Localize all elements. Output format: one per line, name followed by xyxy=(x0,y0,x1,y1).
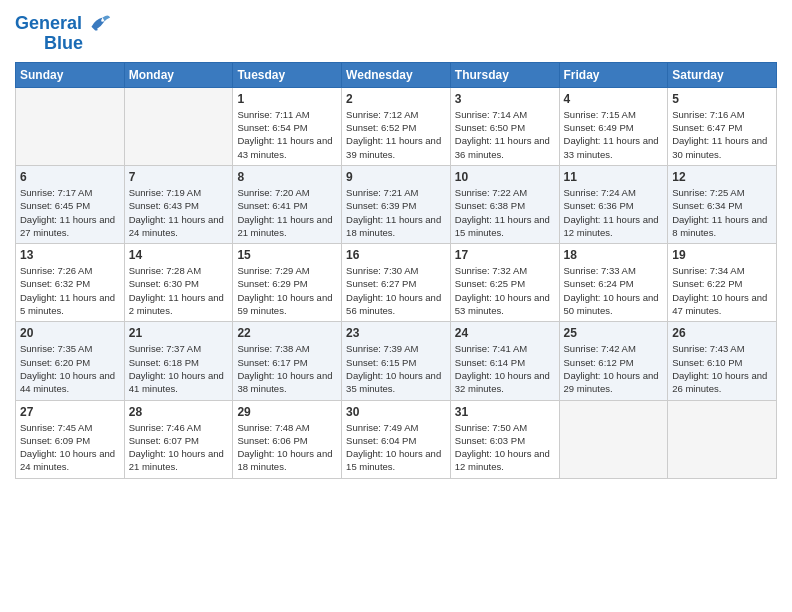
logo-blue-text: Blue xyxy=(44,34,83,54)
calendar-cell: 22Sunrise: 7:38 AM Sunset: 6:17 PM Dayli… xyxy=(233,322,342,400)
day-number: 10 xyxy=(455,170,555,184)
day-number: 21 xyxy=(129,326,229,340)
calendar-cell: 21Sunrise: 7:37 AM Sunset: 6:18 PM Dayli… xyxy=(124,322,233,400)
logo-text: General xyxy=(15,14,82,34)
day-number: 18 xyxy=(564,248,664,262)
dow-header-monday: Monday xyxy=(124,62,233,87)
day-number: 1 xyxy=(237,92,337,106)
page-header: General Blue xyxy=(15,10,777,54)
day-info: Sunrise: 7:25 AM Sunset: 6:34 PM Dayligh… xyxy=(672,186,772,239)
calendar-week-row: 1Sunrise: 7:11 AM Sunset: 6:54 PM Daylig… xyxy=(16,87,777,165)
day-number: 20 xyxy=(20,326,120,340)
day-info: Sunrise: 7:16 AM Sunset: 6:47 PM Dayligh… xyxy=(672,108,772,161)
day-info: Sunrise: 7:14 AM Sunset: 6:50 PM Dayligh… xyxy=(455,108,555,161)
day-number: 9 xyxy=(346,170,446,184)
calendar-cell: 15Sunrise: 7:29 AM Sunset: 6:29 PM Dayli… xyxy=(233,244,342,322)
calendar-cell: 29Sunrise: 7:48 AM Sunset: 6:06 PM Dayli… xyxy=(233,400,342,478)
day-info: Sunrise: 7:49 AM Sunset: 6:04 PM Dayligh… xyxy=(346,421,446,474)
day-info: Sunrise: 7:34 AM Sunset: 6:22 PM Dayligh… xyxy=(672,264,772,317)
calendar-cell: 10Sunrise: 7:22 AM Sunset: 6:38 PM Dayli… xyxy=(450,165,559,243)
day-info: Sunrise: 7:22 AM Sunset: 6:38 PM Dayligh… xyxy=(455,186,555,239)
calendar-cell xyxy=(668,400,777,478)
day-number: 31 xyxy=(455,405,555,419)
logo: General Blue xyxy=(15,10,112,54)
day-number: 14 xyxy=(129,248,229,262)
calendar-cell: 25Sunrise: 7:42 AM Sunset: 6:12 PM Dayli… xyxy=(559,322,668,400)
calendar-cell: 4Sunrise: 7:15 AM Sunset: 6:49 PM Daylig… xyxy=(559,87,668,165)
calendar-cell: 19Sunrise: 7:34 AM Sunset: 6:22 PM Dayli… xyxy=(668,244,777,322)
calendar-cell: 5Sunrise: 7:16 AM Sunset: 6:47 PM Daylig… xyxy=(668,87,777,165)
day-number: 12 xyxy=(672,170,772,184)
day-number: 23 xyxy=(346,326,446,340)
day-number: 22 xyxy=(237,326,337,340)
calendar-cell: 8Sunrise: 7:20 AM Sunset: 6:41 PM Daylig… xyxy=(233,165,342,243)
day-info: Sunrise: 7:39 AM Sunset: 6:15 PM Dayligh… xyxy=(346,342,446,395)
calendar-cell: 9Sunrise: 7:21 AM Sunset: 6:39 PM Daylig… xyxy=(342,165,451,243)
calendar-cell: 7Sunrise: 7:19 AM Sunset: 6:43 PM Daylig… xyxy=(124,165,233,243)
dow-header-saturday: Saturday xyxy=(668,62,777,87)
day-info: Sunrise: 7:29 AM Sunset: 6:29 PM Dayligh… xyxy=(237,264,337,317)
day-number: 27 xyxy=(20,405,120,419)
calendar-cell: 20Sunrise: 7:35 AM Sunset: 6:20 PM Dayli… xyxy=(16,322,125,400)
day-info: Sunrise: 7:30 AM Sunset: 6:27 PM Dayligh… xyxy=(346,264,446,317)
day-info: Sunrise: 7:48 AM Sunset: 6:06 PM Dayligh… xyxy=(237,421,337,474)
day-info: Sunrise: 7:37 AM Sunset: 6:18 PM Dayligh… xyxy=(129,342,229,395)
calendar-cell: 18Sunrise: 7:33 AM Sunset: 6:24 PM Dayli… xyxy=(559,244,668,322)
day-number: 6 xyxy=(20,170,120,184)
calendar-cell: 24Sunrise: 7:41 AM Sunset: 6:14 PM Dayli… xyxy=(450,322,559,400)
dow-header-wednesday: Wednesday xyxy=(342,62,451,87)
day-number: 19 xyxy=(672,248,772,262)
day-info: Sunrise: 7:32 AM Sunset: 6:25 PM Dayligh… xyxy=(455,264,555,317)
day-info: Sunrise: 7:41 AM Sunset: 6:14 PM Dayligh… xyxy=(455,342,555,395)
calendar-cell: 13Sunrise: 7:26 AM Sunset: 6:32 PM Dayli… xyxy=(16,244,125,322)
day-number: 3 xyxy=(455,92,555,106)
day-number: 26 xyxy=(672,326,772,340)
day-number: 16 xyxy=(346,248,446,262)
day-info: Sunrise: 7:46 AM Sunset: 6:07 PM Dayligh… xyxy=(129,421,229,474)
day-number: 30 xyxy=(346,405,446,419)
calendar-cell: 12Sunrise: 7:25 AM Sunset: 6:34 PM Dayli… xyxy=(668,165,777,243)
day-number: 2 xyxy=(346,92,446,106)
day-info: Sunrise: 7:26 AM Sunset: 6:32 PM Dayligh… xyxy=(20,264,120,317)
calendar-cell: 2Sunrise: 7:12 AM Sunset: 6:52 PM Daylig… xyxy=(342,87,451,165)
calendar-cell: 6Sunrise: 7:17 AM Sunset: 6:45 PM Daylig… xyxy=(16,165,125,243)
calendar-week-row: 27Sunrise: 7:45 AM Sunset: 6:09 PM Dayli… xyxy=(16,400,777,478)
day-number: 11 xyxy=(564,170,664,184)
day-info: Sunrise: 7:50 AM Sunset: 6:03 PM Dayligh… xyxy=(455,421,555,474)
day-info: Sunrise: 7:45 AM Sunset: 6:09 PM Dayligh… xyxy=(20,421,120,474)
day-info: Sunrise: 7:38 AM Sunset: 6:17 PM Dayligh… xyxy=(237,342,337,395)
calendar-cell: 26Sunrise: 7:43 AM Sunset: 6:10 PM Dayli… xyxy=(668,322,777,400)
day-info: Sunrise: 7:15 AM Sunset: 6:49 PM Dayligh… xyxy=(564,108,664,161)
day-info: Sunrise: 7:42 AM Sunset: 6:12 PM Dayligh… xyxy=(564,342,664,395)
calendar-cell: 30Sunrise: 7:49 AM Sunset: 6:04 PM Dayli… xyxy=(342,400,451,478)
day-number: 5 xyxy=(672,92,772,106)
day-number: 24 xyxy=(455,326,555,340)
day-info: Sunrise: 7:43 AM Sunset: 6:10 PM Dayligh… xyxy=(672,342,772,395)
calendar-cell: 16Sunrise: 7:30 AM Sunset: 6:27 PM Dayli… xyxy=(342,244,451,322)
day-of-week-row: SundayMondayTuesdayWednesdayThursdayFrid… xyxy=(16,62,777,87)
day-info: Sunrise: 7:20 AM Sunset: 6:41 PM Dayligh… xyxy=(237,186,337,239)
day-number: 28 xyxy=(129,405,229,419)
calendar-cell xyxy=(124,87,233,165)
day-number: 8 xyxy=(237,170,337,184)
calendar-cell: 31Sunrise: 7:50 AM Sunset: 6:03 PM Dayli… xyxy=(450,400,559,478)
day-number: 4 xyxy=(564,92,664,106)
day-info: Sunrise: 7:11 AM Sunset: 6:54 PM Dayligh… xyxy=(237,108,337,161)
day-info: Sunrise: 7:24 AM Sunset: 6:36 PM Dayligh… xyxy=(564,186,664,239)
calendar-cell: 14Sunrise: 7:28 AM Sunset: 6:30 PM Dayli… xyxy=(124,244,233,322)
day-info: Sunrise: 7:33 AM Sunset: 6:24 PM Dayligh… xyxy=(564,264,664,317)
day-info: Sunrise: 7:35 AM Sunset: 6:20 PM Dayligh… xyxy=(20,342,120,395)
day-number: 13 xyxy=(20,248,120,262)
day-info: Sunrise: 7:12 AM Sunset: 6:52 PM Dayligh… xyxy=(346,108,446,161)
dow-header-tuesday: Tuesday xyxy=(233,62,342,87)
calendar-cell xyxy=(16,87,125,165)
calendar-cell: 1Sunrise: 7:11 AM Sunset: 6:54 PM Daylig… xyxy=(233,87,342,165)
day-number: 29 xyxy=(237,405,337,419)
dow-header-thursday: Thursday xyxy=(450,62,559,87)
day-info: Sunrise: 7:21 AM Sunset: 6:39 PM Dayligh… xyxy=(346,186,446,239)
calendar-cell xyxy=(559,400,668,478)
calendar-cell: 11Sunrise: 7:24 AM Sunset: 6:36 PM Dayli… xyxy=(559,165,668,243)
calendar-table: SundayMondayTuesdayWednesdayThursdayFrid… xyxy=(15,62,777,479)
day-info: Sunrise: 7:17 AM Sunset: 6:45 PM Dayligh… xyxy=(20,186,120,239)
calendar-week-row: 20Sunrise: 7:35 AM Sunset: 6:20 PM Dayli… xyxy=(16,322,777,400)
